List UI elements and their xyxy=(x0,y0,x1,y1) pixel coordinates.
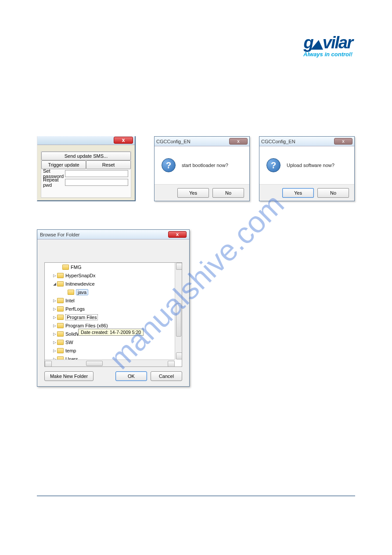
dialog-titlebar: CGCConfig_EN x xyxy=(259,137,354,146)
folder-tree-item[interactable]: ▷Program Files xyxy=(45,313,175,321)
folder-icon xyxy=(57,331,64,337)
scrollbar-thumb[interactable] xyxy=(86,361,103,366)
folder-tree-item[interactable]: java xyxy=(45,288,175,296)
folder-icon xyxy=(57,348,64,353)
expand-icon[interactable]: ◢ xyxy=(52,282,57,286)
folder-tree-item[interactable]: ▷HyperSnapDx xyxy=(45,271,175,279)
close-button[interactable]: x xyxy=(114,137,133,144)
folder-name[interactable]: Program Files xyxy=(65,314,98,320)
folder-icon xyxy=(57,273,64,278)
folder-tree-item[interactable]: ▷Users xyxy=(45,355,175,359)
dialog-title: CGCConfig_EN xyxy=(261,139,295,144)
folder-tree-item[interactable]: ▷temp xyxy=(45,346,175,355)
browse-for-folder-dialog: Browse For Folder x FMG▷HyperSnapDx◢Init… xyxy=(37,229,190,387)
expand-icon[interactable]: ▷ xyxy=(52,332,57,336)
dialog-title: CGCConfig_EN xyxy=(156,139,191,144)
upload-dialog: CGCConfig_EN x ? Upload software now? Ye… xyxy=(259,136,355,201)
vertical-scrollbar[interactable] xyxy=(175,263,182,359)
dialog-footer: Yes No xyxy=(259,184,354,201)
folder-tree-item[interactable]: ▷Intel xyxy=(45,296,175,305)
update-panel: x Send update SMS... Trigger update Rese… xyxy=(37,136,136,201)
yes-button[interactable]: Yes xyxy=(282,188,314,198)
expand-icon[interactable]: ▷ xyxy=(52,298,57,303)
dialog-body: ? Upload software now? xyxy=(259,146,354,184)
brand-logo: gvilar Always in control! xyxy=(282,35,352,58)
repeat-password-input[interactable] xyxy=(65,179,128,186)
ok-button[interactable]: OK xyxy=(115,371,147,381)
folder-tree[interactable]: FMG▷HyperSnapDx◢Initnewdevicejava▷Intel▷… xyxy=(45,263,175,359)
dialog-message: start bootloader now? xyxy=(182,163,228,168)
folder-tooltip: Date created: 14-7-2009 5:20 xyxy=(78,329,144,336)
panel-inner: Send update SMS... Trigger update Reset … xyxy=(41,151,131,198)
expand-icon[interactable]: ▷ xyxy=(52,340,57,345)
logo-triangle-icon xyxy=(311,40,325,50)
page-divider xyxy=(37,496,355,496)
logo-text: gvilar xyxy=(282,35,352,50)
folder-tree-item[interactable]: ▷SW xyxy=(45,338,175,346)
folder-name[interactable]: PerfLogs xyxy=(65,306,85,312)
folder-name[interactable]: SW xyxy=(65,340,73,345)
folder-name[interactable]: temp xyxy=(65,348,76,353)
close-button[interactable]: x xyxy=(168,231,187,238)
bootloader-dialog: CGCConfig_EN x ? start bootloader now? Y… xyxy=(154,136,250,201)
dialog-titlebar: CGCConfig_EN x xyxy=(155,137,249,146)
set-password-input[interactable] xyxy=(65,170,128,177)
folder-name[interactable]: Initnewdevice xyxy=(65,281,95,287)
make-new-folder-button[interactable]: Make New Folder xyxy=(44,371,94,381)
yes-button[interactable]: Yes xyxy=(177,188,209,198)
folder-icon xyxy=(57,306,64,312)
close-button[interactable]: x xyxy=(334,138,352,145)
panel-titlebar: x xyxy=(37,136,135,145)
expand-icon[interactable]: ▷ xyxy=(52,348,57,353)
folder-tree-item[interactable]: ◢Initnewdevice xyxy=(45,279,175,288)
folder-name[interactable]: Intel xyxy=(65,298,75,303)
folder-tree-item[interactable]: FMG xyxy=(45,263,175,271)
dialog-button-row: Make New Folder OK Cancel xyxy=(44,371,182,381)
no-button[interactable]: No xyxy=(212,188,244,198)
close-button[interactable]: x xyxy=(229,138,248,145)
folder-icon xyxy=(57,298,64,303)
dialog-message: Upload software now? xyxy=(287,163,334,168)
expand-icon[interactable]: ▷ xyxy=(52,315,57,319)
folder-icon xyxy=(57,281,64,287)
folder-icon xyxy=(62,265,69,270)
expand-icon[interactable]: ▷ xyxy=(52,323,57,328)
expand-icon[interactable]: ▷ xyxy=(52,273,57,278)
folder-name[interactable]: FMG xyxy=(71,265,81,270)
send-update-sms-button[interactable]: Send update SMS... xyxy=(41,152,131,160)
folder-icon xyxy=(57,356,64,360)
folder-icon xyxy=(57,323,64,328)
folder-name[interactable]: HyperSnapDx xyxy=(65,273,95,278)
trigger-update-button[interactable]: Trigger update xyxy=(41,160,86,169)
folder-tree-item[interactable]: ▷PerfLogs xyxy=(45,305,175,313)
folder-name[interactable]: Program Files (x86) xyxy=(65,323,108,328)
folder-name[interactable]: Users xyxy=(65,356,78,360)
dialog-title: Browse For Folder xyxy=(40,232,79,237)
dialog-footer: Yes No xyxy=(155,184,249,201)
folder-icon xyxy=(57,340,64,345)
scrollbar-thumb[interactable] xyxy=(176,303,181,337)
question-icon: ? xyxy=(162,158,176,172)
dialog-titlebar: Browse For Folder x xyxy=(37,230,189,239)
repeat-password-label: Repeat pwd xyxy=(41,177,65,188)
expand-icon[interactable]: ▷ xyxy=(52,307,57,311)
cancel-button[interactable]: Cancel xyxy=(151,371,182,381)
reset-button[interactable]: Reset xyxy=(86,160,131,169)
folder-icon xyxy=(68,290,74,295)
question-icon: ? xyxy=(266,158,281,172)
folder-tree-container: FMG▷HyperSnapDx◢Initnewdevicejava▷Intel▷… xyxy=(44,262,182,367)
logo-tagline: Always in control! xyxy=(282,51,352,58)
folder-icon xyxy=(57,315,64,320)
dialog-body: ? start bootloader now? xyxy=(155,146,249,184)
horizontal-scrollbar[interactable] xyxy=(45,359,175,366)
no-button[interactable]: No xyxy=(317,188,349,198)
folder-name[interactable]: java xyxy=(76,289,88,295)
